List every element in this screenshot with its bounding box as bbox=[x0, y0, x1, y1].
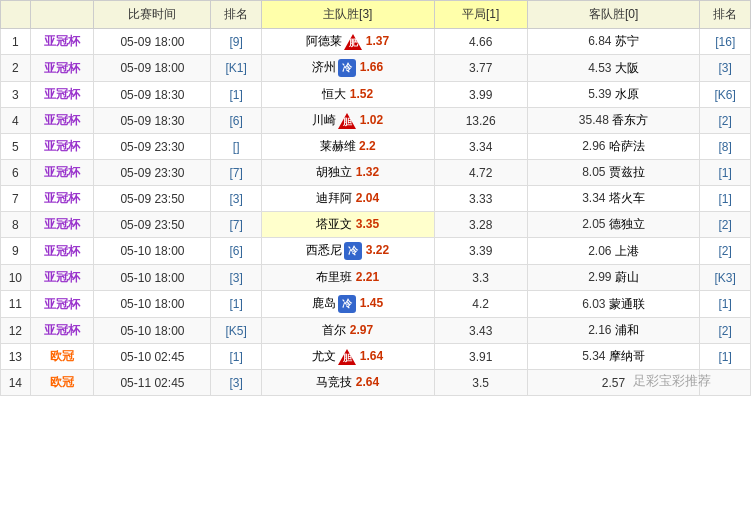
draw-odds: 3.3 bbox=[472, 271, 489, 285]
table-row: 12 亚冠杯 05-10 18:00 [K5] 首尔 2.97 3.43 2.1… bbox=[1, 318, 751, 344]
home-team-name: 首尔 bbox=[322, 323, 346, 337]
row-number: 8 bbox=[1, 212, 31, 238]
away-rank: [1] bbox=[700, 186, 751, 212]
away-team-cell: 8.05 贾兹拉 bbox=[527, 160, 700, 186]
draw-odds: 3.77 bbox=[469, 61, 492, 75]
away-team-cell: 2.05 德独立 bbox=[527, 212, 700, 238]
away-odds: 3.34 bbox=[582, 191, 605, 205]
row-number: 13 bbox=[1, 344, 31, 370]
league-name: 亚冠杯 bbox=[30, 29, 94, 55]
row-number: 1 bbox=[1, 29, 31, 55]
home-odds: 2.04 bbox=[356, 191, 379, 205]
match-time: 05-10 18:00 bbox=[94, 238, 211, 265]
league-name: 亚冠杯 bbox=[30, 212, 94, 238]
home-rank: [7] bbox=[211, 212, 261, 238]
badge-blue: 冷 bbox=[338, 59, 356, 77]
home-team-cell: 马竞技 2.64 bbox=[261, 370, 434, 396]
draw-cell: 3.91 bbox=[434, 344, 527, 370]
draw-odds: 13.26 bbox=[466, 114, 496, 128]
away-rank: [1] bbox=[700, 160, 751, 186]
home-team-cell: 莱赫维 2.2 bbox=[261, 134, 434, 160]
home-team-name: 济州 bbox=[312, 60, 336, 74]
row-number: 3 bbox=[1, 82, 31, 108]
odds-table: 比赛时间 排名 主队胜[3] 平局[1] 客队胜[0] 排名 1 亚冠杯 05-… bbox=[0, 0, 751, 396]
match-time: 05-11 02:45 bbox=[94, 370, 211, 396]
col-index bbox=[1, 1, 31, 29]
away-odds: 2.96 bbox=[582, 139, 605, 153]
home-team-cell: 恒大 1.52 bbox=[261, 82, 434, 108]
away-team-cell: 5.39 水原 bbox=[527, 82, 700, 108]
home-rank: [6] bbox=[211, 238, 261, 265]
draw-odds: 4.66 bbox=[469, 35, 492, 49]
league-name: 欧冠 bbox=[30, 344, 94, 370]
home-team-cell: 胡独立 1.32 bbox=[261, 160, 434, 186]
match-time: 05-09 23:30 bbox=[94, 160, 211, 186]
away-odds: 4.53 bbox=[588, 61, 611, 75]
away-rank: [K3] bbox=[700, 265, 751, 291]
away-team-cell: 2.06 上港 bbox=[527, 238, 700, 265]
home-rank: [K1] bbox=[211, 55, 261, 82]
row-number: 6 bbox=[1, 160, 31, 186]
home-team-cell: 济州冷 1.66 bbox=[261, 55, 434, 82]
away-odds: 2.57 bbox=[602, 376, 625, 390]
home-rank: [7] bbox=[211, 160, 261, 186]
away-odds: 5.34 bbox=[582, 349, 605, 363]
home-team-cell: 尤文胆 1.64 bbox=[261, 344, 434, 370]
match-time: 05-09 18:00 bbox=[94, 29, 211, 55]
away-team-cell: 2.96 哈萨法 bbox=[527, 134, 700, 160]
away-rank: [2] bbox=[700, 238, 751, 265]
away-odds: 2.99 bbox=[588, 270, 611, 284]
match-time: 05-10 02:45 bbox=[94, 344, 211, 370]
home-odds: 2.2 bbox=[359, 139, 376, 153]
away-team-name: 摩纳哥 bbox=[609, 349, 645, 363]
badge-blue: 冷 bbox=[344, 242, 362, 260]
home-team-cell: 布里班 2.21 bbox=[261, 265, 434, 291]
draw-odds: 3.28 bbox=[469, 218, 492, 232]
league-name: 亚冠杯 bbox=[30, 238, 94, 265]
home-team-name: 西悉尼 bbox=[306, 243, 342, 257]
col-rank-away: 排名 bbox=[700, 1, 751, 29]
draw-cell: 3.33 bbox=[434, 186, 527, 212]
home-team-name: 迪拜阿 bbox=[316, 191, 352, 205]
row-number: 11 bbox=[1, 291, 31, 318]
home-team-name: 川崎 bbox=[312, 113, 336, 127]
table-row: 13 欧冠 05-10 02:45 [1] 尤文胆 1.64 3.91 5.34… bbox=[1, 344, 751, 370]
away-team-name: 塔火车 bbox=[609, 191, 645, 205]
league-name: 亚冠杯 bbox=[30, 55, 94, 82]
league-name: 亚冠杯 bbox=[30, 291, 94, 318]
away-team-name: 苏宁 bbox=[615, 34, 639, 48]
table-row: 5 亚冠杯 05-09 23:30 [] 莱赫维 2.2 3.34 2.96 哈… bbox=[1, 134, 751, 160]
table-row: 8 亚冠杯 05-09 23:50 [7] 塔亚文 3.35 3.28 2.05… bbox=[1, 212, 751, 238]
table-row: 10 亚冠杯 05-10 18:00 [3] 布里班 2.21 3.3 2.99… bbox=[1, 265, 751, 291]
league-name: 亚冠杯 bbox=[30, 82, 94, 108]
home-rank: [9] bbox=[211, 29, 261, 55]
draw-odds: 4.2 bbox=[472, 297, 489, 311]
row-number: 14 bbox=[1, 370, 31, 396]
match-time: 05-10 18:00 bbox=[94, 318, 211, 344]
draw-odds: 3.99 bbox=[469, 88, 492, 102]
draw-cell: 3.3 bbox=[434, 265, 527, 291]
home-rank: [3] bbox=[211, 186, 261, 212]
home-odds: 1.02 bbox=[360, 113, 383, 127]
away-rank: [8] bbox=[700, 134, 751, 160]
table-row: 4 亚冠杯 05-09 18:30 [6] 川崎胆 1.02 13.26 35.… bbox=[1, 108, 751, 134]
table-row: 9 亚冠杯 05-10 18:00 [6] 西悉尼冷 3.22 3.39 2.0… bbox=[1, 238, 751, 265]
home-rank: [3] bbox=[211, 370, 261, 396]
away-rank: [2] bbox=[700, 318, 751, 344]
home-team-name: 恒大 bbox=[322, 87, 346, 101]
home-team-cell: 首尔 2.97 bbox=[261, 318, 434, 344]
row-number: 10 bbox=[1, 265, 31, 291]
away-odds: 5.39 bbox=[588, 87, 611, 101]
away-odds: 2.06 bbox=[588, 244, 611, 258]
col-time: 比赛时间 bbox=[94, 1, 211, 29]
home-team-name: 鹿岛 bbox=[312, 296, 336, 310]
row-number: 4 bbox=[1, 108, 31, 134]
league-name: 亚冠杯 bbox=[30, 134, 94, 160]
col-league bbox=[30, 1, 94, 29]
col-rank-home: 排名 bbox=[211, 1, 261, 29]
draw-cell: 3.28 bbox=[434, 212, 527, 238]
away-team-cell: 4.53 大阪 bbox=[527, 55, 700, 82]
home-odds: 2.64 bbox=[356, 375, 379, 389]
draw-odds: 3.43 bbox=[469, 324, 492, 338]
away-team-cell: 5.34 摩纳哥 bbox=[527, 344, 700, 370]
